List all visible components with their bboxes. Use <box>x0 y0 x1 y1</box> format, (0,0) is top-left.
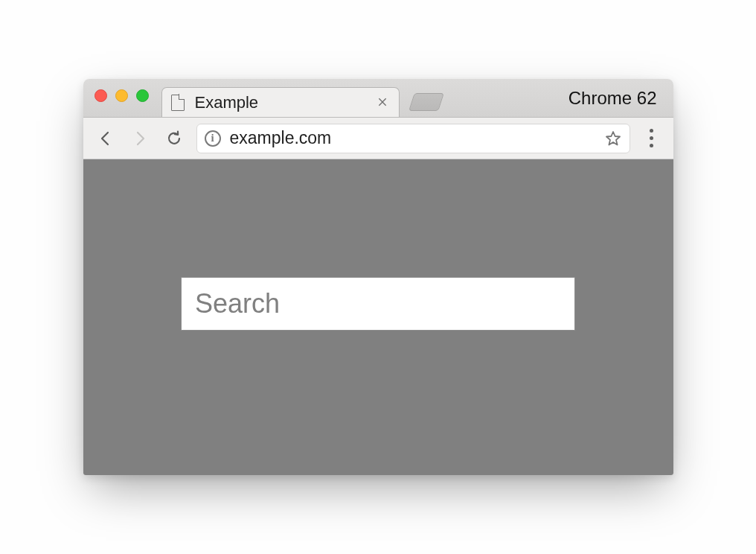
tab-title: Example <box>195 93 375 112</box>
browser-tab[interactable]: Example <box>161 87 400 117</box>
page-icon <box>171 95 185 111</box>
back-button[interactable] <box>94 127 118 150</box>
fullscreen-window-button[interactable] <box>136 89 149 102</box>
page-viewport <box>83 159 673 475</box>
forward-button[interactable] <box>128 127 152 150</box>
reload-button[interactable] <box>162 127 186 150</box>
window-controls <box>94 89 149 102</box>
search-box <box>181 277 575 331</box>
toolbar: i example.com <box>83 118 673 159</box>
titlebar: Example Chrome 62 <box>83 79 673 118</box>
close-tab-icon[interactable] <box>375 93 390 112</box>
site-info-icon[interactable]: i <box>205 130 221 147</box>
address-bar[interactable]: i example.com <box>196 124 630 153</box>
url-text: example.com <box>230 128 595 148</box>
search-input[interactable] <box>193 287 563 320</box>
browser-version-label: Chrome 62 <box>568 88 657 109</box>
new-tab-button[interactable] <box>409 93 444 111</box>
browser-window: Example Chrome 62 i example.com <box>83 79 673 475</box>
bookmark-star-icon[interactable] <box>604 130 622 147</box>
kebab-menu-icon[interactable] <box>641 124 663 152</box>
close-window-button[interactable] <box>94 89 107 102</box>
minimize-window-button[interactable] <box>115 89 128 102</box>
